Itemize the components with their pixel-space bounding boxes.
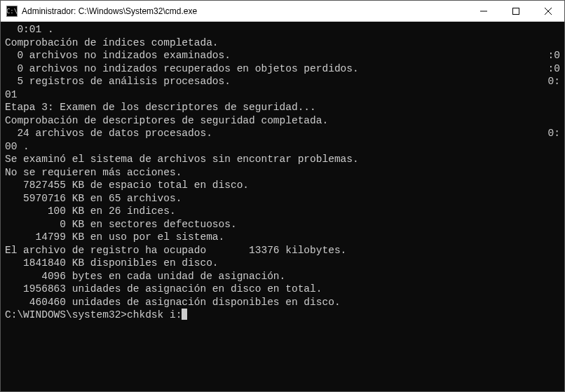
output-line: 5 registros de análisis procesados.0: [5, 75, 560, 88]
output-line: 1841840 KB disponibles en disco. [5, 257, 560, 270]
output-line: No se requieren más acciones. [5, 166, 560, 180]
prompt-line[interactable]: C:\WINDOWS\system32>chkdsk i: [5, 309, 560, 322]
line-text: 14799 KB en uso por el sistema. [5, 231, 560, 244]
line-text: 00 . [5, 140, 560, 154]
line-text: 460460 unidades de asignación disponible… [5, 296, 560, 309]
output-line: 100 KB en 26 índices. [5, 205, 560, 218]
line-text: 0 archivos no indizados examinados. [5, 49, 548, 62]
line-text: El archivo de registro ha ocupado 13376 … [5, 244, 560, 257]
window-controls [468, 1, 564, 22]
svg-rect-1 [513, 8, 519, 14]
output-line: 1956863 unidades de asignación en disco … [5, 283, 560, 296]
line-text: 4096 bytes en cada unidad de asignación. [5, 270, 560, 283]
line-text: Se examinó el sistema de archivos sin en… [5, 153, 560, 166]
line-right-text: 0: [548, 75, 560, 88]
line-text: Etapa 3: Examen de los descriptores de s… [5, 101, 560, 114]
line-text: 24 archivos de datos procesados. [5, 127, 548, 140]
line-text: 1841840 KB disponibles en disco. [5, 257, 560, 270]
line-text: 0 KB en sectores defectuosos. [5, 218, 560, 231]
output-line: 4096 bytes en cada unidad de asignación. [5, 270, 560, 283]
line-text: Comprobación de índices completada. [5, 36, 560, 50]
maximize-icon [512, 8, 519, 15]
maximize-button[interactable] [500, 1, 532, 22]
window-title: Administrador: C:\Windows\System32\cmd.e… [22, 6, 468, 16]
cmd-window: C:\ Administrador: C:\Windows\System32\c… [0, 0, 565, 392]
output-line: 460460 unidades de asignación disponible… [5, 296, 560, 309]
line-text: 0:01 . [5, 23, 560, 36]
terminal-output[interactable]: 0:01 .Comprobación de índices completada… [1, 22, 564, 391]
output-line: 24 archivos de datos procesados.0: [5, 127, 560, 140]
line-text: 5970716 KB en 65 archivos. [5, 192, 560, 205]
output-line: 7827455 KB de espacio total en disco. [5, 179, 560, 192]
titlebar[interactable]: C:\ Administrador: C:\Windows\System32\c… [1, 1, 564, 22]
line-text: No se requieren más acciones. [5, 166, 560, 180]
cmd-icon: C:\ [6, 6, 18, 17]
close-icon [545, 8, 552, 15]
output-line: 0 KB en sectores defectuosos. [5, 218, 560, 231]
minimize-icon [480, 8, 487, 15]
output-line: 14799 KB en uso por el sistema. [5, 231, 560, 244]
output-line: 5970716 KB en 65 archivos. [5, 192, 560, 205]
line-text: 0 archivos no indizados recuperados en o… [5, 62, 548, 76]
output-line: 0:01 . [5, 23, 560, 36]
line-right-text: :0 [548, 49, 560, 62]
output-line: 0 archivos no indizados recuperados en o… [5, 62, 560, 76]
output-line: Se examinó el sistema de archivos sin en… [5, 153, 560, 166]
output-line: 00 . [5, 140, 560, 154]
output-line: Comprobación de descriptores de segurida… [5, 114, 560, 128]
close-button[interactable] [532, 1, 564, 22]
line-right-text: 0: [548, 127, 560, 140]
output-line: Etapa 3: Examen de los descriptores de s… [5, 101, 560, 114]
output-line: Comprobación de índices completada. [5, 36, 560, 50]
command-input[interactable]: chkdsk i: [127, 309, 182, 322]
line-text: 100 KB en 26 índices. [5, 205, 560, 218]
minimize-button[interactable] [468, 1, 500, 22]
line-text: 5 registros de análisis procesados. [5, 75, 548, 88]
prompt-path: C:\WINDOWS\system32> [5, 309, 127, 322]
cursor-icon [182, 309, 187, 320]
output-line: El archivo de registro ha ocupado 13376 … [5, 244, 560, 257]
output-line: 0 archivos no indizados examinados.:0 [5, 49, 560, 62]
output-line: 01 [5, 88, 560, 102]
line-text: 1956863 unidades de asignación en disco … [5, 283, 560, 296]
line-text: 01 [5, 88, 560, 102]
line-text: Comprobación de descriptores de segurida… [5, 114, 560, 128]
line-text: 7827455 KB de espacio total en disco. [5, 179, 560, 192]
line-right-text: :0 [548, 62, 560, 76]
